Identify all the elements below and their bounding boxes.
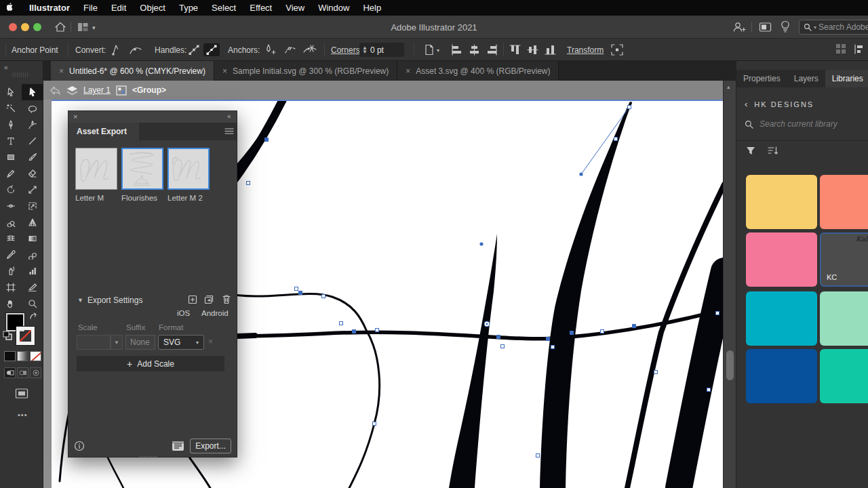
adobe-search-field[interactable]: ▾ Search Adobe (799, 20, 868, 35)
dock-tab-layers[interactable]: Layers (787, 70, 825, 87)
corners-stepper[interactable]: ▲▼ (359, 46, 370, 54)
menu-app-name[interactable]: Illustrator (22, 3, 77, 13)
shaper-tool[interactable] (0, 165, 22, 182)
document-tab-0[interactable]: ×Untitled-6* @ 600 % (CMYK/Preview) (51, 61, 214, 81)
library-color-swatch[interactable] (820, 291, 868, 346)
collapse-panel-icon[interactable]: « (227, 113, 231, 120)
launch-export-dialog-icon[interactable] (172, 441, 184, 451)
document-setup-icon[interactable] (423, 43, 435, 56)
menu-item-window[interactable]: Window (311, 3, 356, 13)
free-transform-tool[interactable] (22, 198, 43, 214)
library-header[interactable]: ‹ HK DESIGNS (745, 99, 814, 109)
breadcrumb-layer[interactable]: Layer 1 (83, 85, 111, 95)
type-tool[interactable] (0, 133, 22, 149)
corners-field[interactable]: ▲▼ 0 pt (359, 43, 404, 57)
menu-item-file[interactable]: File (77, 3, 104, 13)
color-mode-gradient-button[interactable] (17, 351, 28, 361)
scale-dropdown-button[interactable]: ▼ (111, 335, 123, 350)
isolate-object-icon[interactable] (610, 43, 624, 56)
column-graph-tool[interactable] (22, 263, 43, 279)
close-tab-icon[interactable]: × (59, 66, 64, 76)
document-tab-2[interactable]: ×Asset 3.svg @ 400 % (RGB/Preview) (397, 61, 559, 81)
panel-menu-icon[interactable] (224, 126, 234, 136)
asset-thumb-letter-m[interactable] (75, 148, 117, 190)
library-back-icon[interactable]: ‹ (745, 99, 749, 109)
asset-export-tab[interactable]: Asset Export (68, 123, 139, 140)
info-icon[interactable] (74, 441, 85, 451)
close-panel-icon[interactable]: × (73, 113, 77, 121)
library-color-swatch[interactable] (746, 232, 817, 287)
duplicate-asset-icon[interactable] (204, 295, 214, 304)
magic-wand-tool[interactable] (0, 100, 22, 117)
stroke-color-well[interactable] (16, 327, 35, 345)
menu-item-effect[interactable]: Effect (243, 3, 279, 13)
library-color-swatch[interactable] (746, 291, 817, 346)
asset-thumb-letter-m-2[interactable] (167, 148, 210, 190)
exit-isolation-icon[interactable] (49, 85, 61, 96)
library-graphic-item[interactable]: Kalli CompKC (820, 232, 868, 287)
cut-path-icon[interactable] (302, 43, 317, 56)
library-color-swatch[interactable] (746, 349, 817, 403)
eyedropper-tool[interactable] (0, 247, 22, 263)
lightbulb-icon[interactable] (780, 20, 791, 34)
blend-tool[interactable] (22, 247, 43, 263)
add-scale-button[interactable]: + Add Scale (77, 356, 224, 371)
close-tab-icon[interactable]: × (222, 66, 227, 76)
remove-scale-icon[interactable]: × (208, 337, 213, 346)
eraser-tool[interactable] (22, 165, 43, 182)
mesh-tool[interactable] (0, 230, 22, 247)
android-link[interactable]: Android (201, 309, 229, 317)
library-search-field[interactable]: Search current library (745, 119, 837, 129)
document-setup-chevron-icon[interactable]: ▾ (437, 47, 439, 54)
hide-handles-icon[interactable] (203, 43, 220, 56)
ios-link[interactable]: iOS (177, 309, 190, 317)
dock-tab-libraries[interactable]: Libraries (825, 70, 868, 87)
align-right-icon[interactable] (486, 43, 498, 56)
perspective-grid-tool[interactable] (22, 214, 43, 230)
default-fill-stroke-icon[interactable] (3, 331, 12, 340)
screen-mode-icon[interactable] (15, 388, 28, 399)
scrollbar-thumb[interactable] (726, 350, 734, 380)
show-handles-icon[interactable] (187, 43, 201, 56)
share-user-icon[interactable] (732, 21, 746, 33)
panel-resize-handle[interactable]: ▪▪▪▪▪▪▪▪ (139, 454, 158, 459)
menu-item-type[interactable]: Type (172, 3, 205, 13)
export-button[interactable]: Export... (190, 439, 231, 453)
paintbrush-tool[interactable] (22, 149, 43, 165)
edit-toolbar-icon[interactable]: ••• (18, 411, 28, 419)
rectangle-tool[interactable] (0, 149, 22, 165)
pen-tool[interactable] (0, 117, 22, 133)
color-mode-color-button[interactable] (4, 351, 16, 361)
dock-tab-properties[interactable]: Properties (736, 70, 787, 87)
selection-tool[interactable] (0, 84, 22, 100)
export-settings-disclosure-icon[interactable]: ▼ (77, 297, 83, 304)
transform-link[interactable]: Transform (567, 45, 604, 55)
shape-builder-tool[interactable] (0, 214, 22, 230)
vertical-scrollbar[interactable]: ▴ (723, 81, 736, 488)
menu-item-view[interactable]: View (279, 3, 311, 13)
gradient-tool[interactable] (22, 230, 43, 247)
direct-selection-tool[interactable] (22, 84, 43, 100)
collapse-tools-icon[interactable]: « (4, 64, 8, 71)
line-segment-tool[interactable] (22, 133, 43, 149)
convert-to-corner-icon[interactable] (108, 43, 122, 56)
scale-tool[interactable] (22, 182, 43, 198)
curvature-tool[interactable] (22, 117, 43, 133)
symbol-sprayer-tool[interactable] (0, 263, 22, 279)
format-select[interactable]: SVG ▾ (158, 335, 204, 350)
workspace-grid-icon[interactable] (835, 43, 846, 54)
swap-fill-stroke-icon[interactable] (28, 312, 39, 322)
align-center-icon[interactable] (468, 43, 481, 56)
remove-anchor-icon[interactable] (283, 43, 297, 56)
align-top-icon[interactable] (509, 43, 521, 56)
add-asset-icon[interactable] (188, 295, 197, 304)
menu-item-edit[interactable]: Edit (104, 3, 133, 13)
filter-icon[interactable] (746, 146, 755, 155)
draw-inside-button[interactable] (30, 367, 41, 378)
menu-item-object[interactable]: Object (133, 3, 172, 13)
align-middle-icon[interactable] (526, 43, 539, 56)
artboard-tool[interactable] (0, 279, 22, 296)
draw-normal-button[interactable] (4, 367, 16, 378)
add-anchor-icon[interactable] (262, 43, 277, 56)
rotate-tool[interactable] (0, 182, 22, 198)
